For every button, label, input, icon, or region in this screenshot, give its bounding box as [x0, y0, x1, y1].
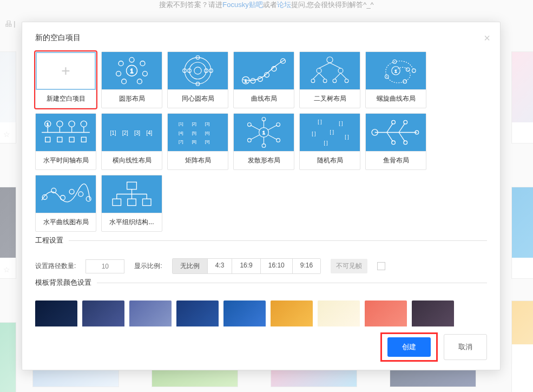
svg-line-27: [330, 63, 341, 68]
layout-circle[interactable]: 1 圆形布局: [101, 51, 162, 108]
layout-matrix[interactable]: [1][2][3][4][5][6][7][8][9] 矩阵布局: [167, 113, 228, 170]
ratio-9-16[interactable]: 9:16: [293, 259, 320, 273]
svg-point-3: [140, 61, 145, 66]
plus-icon: +: [61, 62, 70, 80]
svg-line-76: [268, 125, 277, 130]
svg-point-8: [119, 61, 123, 66]
color-swatch-8[interactable]: [412, 300, 454, 326]
path-count-input[interactable]: [85, 259, 124, 273]
svg-point-99: [392, 141, 396, 145]
layout-random[interactable]: [ ][ ][ ][ ][ ][ ] 随机布局: [299, 113, 360, 170]
svg-line-33: [340, 73, 346, 79]
modal-title: 新的空白项目: [35, 33, 81, 43]
svg-point-29: [338, 68, 343, 73]
svg-text:[ ]: [ ]: [312, 131, 315, 136]
svg-line-30: [313, 73, 319, 79]
color-swatch-0[interactable]: [35, 300, 77, 326]
layout-h-curve-chart[interactable]: 水平曲线图布局: [35, 175, 96, 232]
color-swatch-4[interactable]: [223, 300, 266, 326]
svg-text:[ ]: [ ]: [318, 119, 321, 125]
color-grid: [35, 300, 487, 326]
invisible-frame-label: 不可见帧: [331, 259, 367, 273]
svg-line-100: [399, 133, 405, 142]
svg-point-77: [277, 123, 280, 127]
svg-line-78: [268, 135, 277, 140]
svg-point-105: [61, 195, 65, 200]
layout-fishbone[interactable]: 鱼骨布局: [365, 113, 426, 170]
svg-point-108: [86, 197, 91, 201]
svg-text:[1]: [1]: [179, 121, 183, 126]
svg-point-107: [78, 192, 83, 197]
svg-text:[3]: [3]: [134, 130, 140, 136]
invisible-frame-checkbox[interactable]: [377, 262, 385, 270]
layout-curve[interactable]: 1 曲线布局: [233, 51, 294, 108]
svg-point-10: [189, 62, 206, 79]
svg-point-5: [137, 79, 142, 84]
svg-line-94: [387, 123, 393, 133]
svg-text:[ ]: [ ]: [330, 129, 334, 135]
svg-text:[4]: [4]: [179, 130, 183, 135]
create-button[interactable]: 创建: [387, 337, 431, 357]
ratio-label: 显示比例:: [134, 262, 162, 271]
layout-h-linear[interactable]: [1][2][3][4] 横向线性布局: [101, 113, 162, 170]
layout-concentric[interactable]: 同心圆布局: [167, 51, 228, 108]
svg-rect-57: [69, 137, 74, 142]
svg-text:1: 1: [394, 69, 397, 74]
svg-text:1: 1: [47, 122, 49, 126]
svg-point-36: [333, 79, 337, 83]
color-swatch-7[interactable]: [365, 300, 407, 326]
svg-text:[ ]: [ ]: [345, 134, 348, 140]
svg-point-28: [317, 68, 321, 73]
ratio-16-10[interactable]: 16:10: [261, 259, 293, 273]
svg-point-6: [122, 79, 127, 84]
svg-point-9: [194, 67, 201, 74]
layout-h-timeline[interactable]: 1 水平时间轴布局: [35, 113, 96, 170]
new-project-modal: 新的空白项目 × + 新建空白项目 1 圆形布局 同心圆布局 1 曲线布局: [22, 22, 501, 370]
svg-point-11: [185, 57, 211, 84]
svg-rect-56: [57, 137, 62, 142]
svg-text:1: 1: [262, 130, 265, 135]
svg-point-97: [404, 120, 407, 124]
svg-text:[2]: [2]: [192, 121, 196, 126]
svg-point-41: [403, 80, 407, 83]
svg-line-31: [319, 73, 325, 79]
svg-point-4: [142, 71, 147, 76]
color-swatch-1[interactable]: [82, 300, 124, 326]
close-icon[interactable]: ×: [484, 32, 490, 44]
svg-point-53: [81, 121, 87, 127]
svg-point-95: [392, 120, 396, 124]
layout-grid: + 新建空白项目 1 圆形布局 同心圆布局 1 曲线布局 二叉树布局 1 螺旋曲: [35, 51, 487, 232]
svg-text:1: 1: [130, 68, 134, 74]
svg-point-2: [129, 57, 134, 62]
color-swatch-2[interactable]: [129, 300, 172, 326]
svg-text:[ ]: [ ]: [324, 140, 327, 146]
ratio-16-9[interactable]: 16:9: [232, 259, 260, 273]
layout-radial[interactable]: 1 发散形布局: [233, 113, 294, 170]
svg-line-82: [251, 135, 260, 140]
color-swatch-3[interactable]: [176, 300, 219, 326]
svg-text:[6]: [6]: [205, 130, 210, 135]
svg-rect-117: [142, 199, 151, 205]
layout-spiral[interactable]: 1 螺旋曲线布局: [365, 51, 426, 108]
layout-new-blank[interactable]: + 新建空白项目: [35, 51, 96, 108]
svg-rect-115: [113, 199, 121, 205]
cancel-button[interactable]: 取消: [444, 334, 487, 360]
svg-point-101: [404, 141, 407, 145]
svg-point-7: [116, 71, 121, 76]
svg-point-106: [69, 190, 74, 194]
svg-text:[2]: [2]: [122, 130, 128, 136]
ratio-4-3[interactable]: 4:3: [208, 259, 233, 273]
color-swatch-5[interactable]: [271, 300, 313, 326]
color-swatch-6[interactable]: [318, 300, 360, 326]
ratio-none[interactable]: 无比例: [173, 259, 208, 273]
ratio-group: 无比例 4:3 16:9 16:10 9:16: [172, 258, 321, 274]
background-settings-title: 模板背景颜色设置: [35, 283, 487, 293]
svg-text:[8]: [8]: [192, 139, 196, 144]
svg-point-83: [248, 139, 252, 142]
svg-point-79: [277, 139, 280, 142]
svg-text:[3]: [3]: [205, 121, 210, 126]
svg-line-98: [387, 133, 393, 142]
layout-h-org-chart[interactable]: 水平组织结构...: [101, 175, 162, 232]
layout-binary-tree[interactable]: 二叉树布局: [299, 51, 360, 108]
svg-line-84: [251, 125, 260, 130]
